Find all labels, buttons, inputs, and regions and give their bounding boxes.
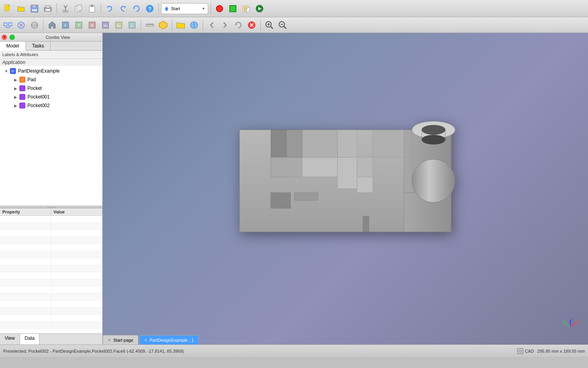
back-button[interactable] [205,19,218,31]
prop-cell-key-8 [0,265,51,272]
tab-tasks[interactable]: Tasks [26,42,51,50]
tree-arrow-pocket[interactable]: ▶ [13,85,19,91]
prop-row-1 [0,216,102,223]
rear-view-button[interactable]: Re [99,19,112,31]
front-view-button[interactable]: F [59,19,72,31]
print-button[interactable] [42,2,54,15]
tree-item-pocket[interactable]: ▶ Pocket [0,84,102,93]
viewport-tab-part[interactable]: ✕ PartDesignExample : 1 [139,335,199,344]
svg-rect-6 [45,9,50,11]
paste-button[interactable] [86,2,98,15]
macro-value: Start [171,6,200,11]
prop-row-14 [0,308,102,315]
svg-rect-69 [20,86,25,91]
combo-title: Combo View [15,35,101,40]
new-button[interactable] [2,2,14,15]
properties-panel: Property Value [0,208,102,333]
undo-button[interactable] [103,2,116,15]
record-button[interactable] [213,2,226,15]
tree-item-pad[interactable]: ▶ Pad [0,75,102,84]
labels-attributes-section: Labels & Attributes [0,51,102,59]
svg-point-111 [519,350,521,352]
prop-cell-val-12 [51,293,103,300]
svg-line-104 [564,323,570,327]
redo-button[interactable] [117,2,129,15]
web-button[interactable] [188,19,200,31]
combo-close-button[interactable]: ✕ [2,35,7,40]
prop-cell-key-5 [0,244,51,251]
copy-button[interactable] [73,2,85,15]
viewport-tab-close-start[interactable]: ✕ [108,338,111,342]
tree-label-part: PartDesignExample [18,68,60,74]
left-view-button[interactable]: L [126,19,138,31]
viewport-tab-close-part[interactable]: ✕ [144,338,147,342]
open-button[interactable] [15,2,27,15]
combo-view-header: ✕ Combo View [0,33,102,42]
bottom-view-button[interactable]: Bo [113,19,125,31]
toolbar-top: ? Start [0,0,588,17]
svg-rect-97 [271,193,290,208]
stop-button[interactable] [227,2,239,15]
tab-data[interactable]: Data [20,334,40,344]
prop-row-6 [0,251,102,258]
reload-button[interactable] [232,19,245,31]
viewport-tab-start[interactable]: ✕ Start page [103,335,138,344]
tab-model[interactable]: Model [0,42,26,51]
svg-rect-71 [20,103,25,108]
part-button[interactable] [157,19,169,31]
tree-item-pocket002[interactable]: ▶ Pocket002 [0,101,102,110]
prop-row-10 [0,279,102,286]
prop-row-15 [0,315,102,322]
fit-all-button[interactable] [2,19,14,31]
svg-marker-88 [373,130,404,157]
tree-arrow-pocket002[interactable]: ▶ [13,102,19,109]
std-view-button[interactable] [28,19,41,31]
top-view-button[interactable]: T [73,19,85,31]
cut-button[interactable] [59,2,72,15]
open-file-button[interactable] [174,19,187,31]
svg-marker-87 [357,157,373,177]
tree-arrow-part[interactable]: ▼ [3,68,9,74]
prop-cell-val-5 [51,244,103,251]
tree-item-part-design-example[interactable]: ▼ P PartDesignExample [0,67,102,75]
measure-button[interactable] [143,19,156,31]
prop-cell-key-3 [0,230,51,237]
svg-text:P: P [12,69,14,73]
right-view-button[interactable]: R [86,19,98,31]
application-label: Application [0,59,102,66]
tree-arrow-pocket001[interactable]: ▶ [13,94,19,100]
zoom-in-button[interactable] [263,19,276,31]
tree-label-pad: Pad [27,77,36,82]
tab-view[interactable]: View [0,334,20,344]
prop-cell-val-15 [51,315,103,321]
home-view-button[interactable] [46,19,58,31]
svg-rect-25 [4,23,7,26]
tree-label-pocket001: Pocket001 [27,94,50,100]
labels-attributes-label: Labels & Attributes [2,52,38,57]
help-button[interactable]: ? [143,2,156,15]
svg-text:T: T [78,24,80,27]
viewport[interactable]: X Y Z ✕ Start page ✕ PartDesignExample :… [103,33,588,344]
prop-cell-key-10 [0,279,51,286]
main-area: ✕ Combo View Model Tasks Labels & Attrib… [0,33,588,344]
macro-dropdown[interactable]: Start [161,3,208,14]
run-macro-button[interactable] [253,2,266,15]
preselected-status: Preselected: Pocket002 - PartDesignExamp… [3,349,514,353]
tree-item-pocket001[interactable]: ▶ Pocket001 [0,93,102,101]
viewport-tab-label-start: Start page [113,338,133,342]
zoom-out-button[interactable] [276,19,289,31]
prop-cell-key-12 [0,293,51,300]
refresh-button[interactable] [130,2,143,15]
svg-marker-86 [357,177,373,193]
edit-macro-button[interactable] [240,2,252,15]
separator-4 [211,3,211,14]
tree-arrow-pad[interactable]: ▶ [13,77,19,83]
svg-text:?: ? [148,6,151,12]
separator-1 [56,3,57,14]
save-button[interactable] [28,2,41,15]
forward-button[interactable] [219,19,231,31]
prop-row-11 [0,286,102,293]
fit-selection-button[interactable] [15,19,27,31]
close-nav-button[interactable] [245,19,258,31]
combo-float-button[interactable] [9,35,15,40]
